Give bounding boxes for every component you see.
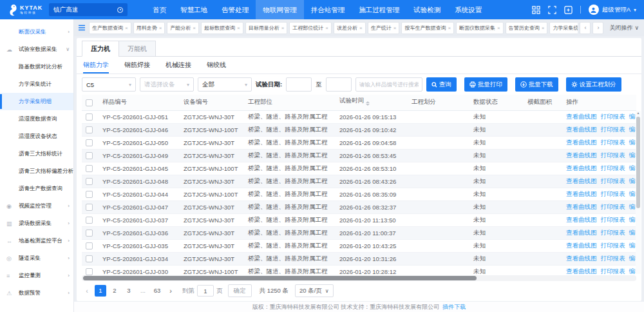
plugin-download-link[interactable]: 插件下载 (442, 303, 466, 311)
sidebar-item[interactable]: 力学采集明细 (0, 93, 73, 110)
close-icon[interactable]: × (125, 25, 128, 31)
tab[interactable]: 断面仪数据采集× (456, 22, 504, 34)
view-curve-link[interactable]: 查看曲线图 (566, 151, 597, 159)
sidebar-item[interactable]: 沥青三大指标偏差分析 (0, 162, 73, 180)
plus-square-icon[interactable] (564, 6, 573, 14)
row-checkbox[interactable] (86, 217, 93, 224)
sidebar-item[interactable]: ☁试验室数据采集∨ (0, 41, 73, 58)
sidebar-item[interactable]: 温湿度数据查询 (0, 110, 73, 128)
jump-page-input[interactable] (197, 285, 214, 297)
page-button[interactable]: 63 (151, 285, 163, 297)
horizontal-scrollbar[interactable] (82, 275, 636, 281)
sidebar-item[interactable]: 路基数据对比分析 (0, 58, 73, 75)
tab[interactable]: 告警历史查询× (506, 22, 548, 34)
view-curve-link[interactable]: 查看曲线图 (566, 268, 597, 275)
close-icon[interactable]: × (281, 25, 285, 31)
close-icon[interactable]: × (497, 25, 500, 31)
date-to-input[interactable] (326, 77, 352, 92)
close-icon[interactable]: × (237, 25, 240, 31)
sidebar-item[interactable]: ◉视频监控管理› (0, 197, 73, 215)
tab-list-icon[interactable] (78, 24, 86, 32)
topnav-item[interactable]: 智慧工地 (173, 0, 214, 19)
category-tab[interactable]: 钢筋焊接 (124, 57, 150, 73)
view-curve-link[interactable]: 查看曲线图 (566, 164, 597, 171)
topnav-item[interactable]: 施工过程管理 (352, 0, 406, 19)
tab-next-button[interactable]: › (592, 22, 603, 34)
tab-prev-button[interactable]: ‹ (580, 22, 591, 34)
sidebar-item[interactable]: 沥青三大指标统计 (0, 145, 73, 162)
user-menu[interactable]: 超级管理A ▾ (589, 5, 636, 15)
view-curve-link[interactable]: 查看曲线图 (566, 113, 597, 120)
tab[interactable]: 用料走势× (133, 22, 166, 34)
next-page-button[interactable]: › (166, 287, 176, 295)
row-checkbox[interactable] (86, 191, 93, 198)
confirm-button[interactable]: 确定 (228, 284, 252, 297)
view-curve-link[interactable]: 查看曲线图 (566, 255, 597, 262)
view-curve-link[interactable]: 查看曲线图 (566, 203, 597, 210)
close-icon[interactable]: × (325, 25, 328, 31)
vertical-scrollbar[interactable]: ▲ (636, 111, 641, 274)
search-button[interactable]: 查询 (426, 77, 457, 92)
sort-icon[interactable] (366, 99, 370, 108)
close-operations-menu[interactable]: 关闭操作 ∨ (609, 24, 639, 32)
topnav-item[interactable]: 物联网管理 (256, 0, 304, 19)
category-tab[interactable]: 钢筋力学 (83, 57, 109, 73)
sidebar-item[interactable]: 力学采集统计 (0, 75, 73, 93)
view-curve-link[interactable]: 查看曲线图 (566, 242, 597, 249)
horizontal-scrollbar-thumb[interactable] (83, 276, 477, 280)
print-report-link[interactable]: 打印报表 (601, 164, 625, 171)
row-checkbox[interactable] (86, 139, 93, 146)
sidebar-item[interactable]: ⚠数据预警› (0, 284, 73, 302)
sample-search-input[interactable] (355, 77, 422, 92)
print-report-link[interactable]: 打印报表 (601, 203, 625, 210)
page-size-select[interactable]: 20 条/页 ∨ (295, 284, 334, 297)
tab[interactable]: 按车生产数据查询× (401, 22, 454, 34)
row-checkbox[interactable] (86, 229, 93, 237)
view-curve-link[interactable]: 查看曲线图 (566, 190, 597, 197)
page-button[interactable]: 3 (123, 285, 135, 297)
row-checkbox[interactable] (86, 113, 93, 121)
row-checkbox[interactable] (86, 268, 93, 275)
tab[interactable]: 力学采集统计× (549, 22, 578, 34)
print-report-link[interactable]: 打印报表 (601, 255, 625, 262)
print-report-link[interactable]: 打印报表 (601, 113, 625, 120)
view-curve-link[interactable]: 查看曲线图 (566, 139, 597, 146)
page-button[interactable]: 1 (95, 285, 106, 297)
topnav-item[interactable]: 告警处理 (214, 0, 256, 19)
view-curve-link[interactable]: 查看曲线图 (566, 177, 597, 184)
row-checkbox[interactable] (86, 178, 93, 185)
sidebar-item[interactable]: ↔地基检测监控平台› (0, 232, 73, 249)
sidebar-item[interactable]: 沥青生产数据查询 (0, 180, 73, 197)
print-report-link[interactable]: 打印报表 (601, 177, 625, 184)
fullscreen-icon[interactable] (548, 6, 556, 14)
apps-grid-icon[interactable] (532, 6, 540, 14)
page-button[interactable]: 2 (109, 285, 120, 297)
machine-tab[interactable]: 万能机 (118, 41, 156, 57)
tab[interactable]: 工程部位统计× (289, 22, 332, 34)
row-checkbox[interactable] (86, 152, 93, 159)
print-report-link[interactable]: 打印报表 (601, 216, 625, 223)
sidebar-item[interactable]: 温湿度设备状态 (0, 128, 73, 145)
tab[interactable]: 生产数据查询× (89, 22, 131, 34)
row-checkbox[interactable] (86, 204, 93, 211)
print-report-link[interactable]: 打印报表 (601, 139, 625, 146)
view-curve-link[interactable]: 查看曲线图 (566, 216, 597, 223)
sidebar-item[interactable]: ◎隧道采集› (0, 249, 73, 267)
view-curve-link[interactable]: 查看曲线图 (566, 126, 597, 133)
row-checkbox[interactable] (86, 242, 93, 249)
print-report-link[interactable]: 打印报表 (601, 242, 625, 249)
print-report-link[interactable]: 打印报表 (601, 126, 625, 133)
close-icon[interactable]: × (448, 25, 451, 31)
topnav-item[interactable]: 系统设置 (448, 0, 489, 19)
machine-tab[interactable]: 压力机 (82, 41, 119, 57)
prev-page-button[interactable]: ‹ (82, 287, 92, 295)
vertical-scrollbar-thumb[interactable] (636, 117, 640, 208)
close-icon[interactable]: × (193, 25, 196, 31)
sidebar-item[interactable]: 断面仪采集› (0, 23, 73, 41)
topnav-item[interactable]: 拌合站管理 (304, 0, 352, 19)
print-report-link[interactable]: 打印报表 (601, 268, 625, 275)
category-tab[interactable]: 钢绞线 (207, 57, 226, 73)
set-division-button[interactable]: 设置工程划分 (566, 77, 621, 92)
close-icon[interactable]: × (159, 25, 162, 31)
row-checkbox[interactable] (86, 165, 93, 172)
